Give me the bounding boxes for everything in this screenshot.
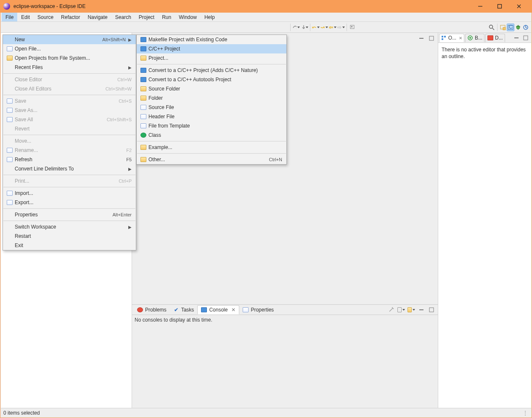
window-title: eclipse-workspace - Eclipse IDE — [13, 3, 471, 9]
debug-perspective-icon[interactable] — [514, 24, 522, 31]
menu-file[interactable]: File — [2, 13, 17, 21]
menu-item-accel: Ctrl+Shift+S — [107, 117, 132, 122]
menu-help[interactable]: Help — [201, 13, 219, 21]
other-perspective-icon[interactable] — [522, 24, 529, 31]
newMenu-item[interactable]: Convert to a C/C++ Project (Adds C/C++ N… — [137, 66, 286, 75]
svg-line-7 — [492, 28, 494, 30]
newMenu-item[interactable]: Project... — [137, 53, 286, 63]
newMenu-item[interactable]: Convert to a C/C++ Autotools Project — [137, 75, 286, 84]
close-icon[interactable]: ✕ — [231, 307, 236, 313]
newMenu-item[interactable]: Class — [137, 130, 286, 140]
editor-minimize-icon[interactable] — [418, 35, 425, 42]
minimize-button[interactable] — [471, 0, 490, 13]
panel-minimize-icon[interactable] — [418, 306, 425, 314]
menu-navigate[interactable]: Navigate — [84, 13, 111, 21]
menu-edit[interactable]: Edit — [17, 13, 34, 21]
fileMenu-item[interactable]: Recent Files▶ — [3, 63, 136, 72]
menu-item-accel: F2 — [126, 148, 132, 153]
menu-run[interactable]: Run — [158, 13, 175, 21]
view-minimize-icon[interactable] — [513, 34, 520, 42]
tab-properties[interactable]: Properties — [239, 305, 277, 314]
tab-console[interactable]: Console✕ — [197, 305, 239, 314]
submenu-arrow-icon: ▶ — [128, 37, 132, 42]
pdf-icon — [487, 35, 493, 41]
menu-item-icon — [5, 99, 15, 104]
menu-item-accel: Alt+Enter — [112, 212, 132, 217]
svg-rect-18 — [419, 309, 423, 310]
fileMenu-item[interactable]: PropertiesAlt+Enter — [3, 210, 136, 219]
statusbar-grip-icon: ⋮ — [523, 410, 529, 416]
fileMenu-item[interactable]: Restart — [3, 232, 136, 241]
fileMenu-item[interactable]: RefreshF5 — [3, 155, 136, 164]
fileMenu-item[interactable]: Export... — [3, 198, 136, 207]
newMenu-item[interactable]: Other...Ctrl+N — [137, 155, 286, 164]
menu-item-label: Properties — [15, 212, 112, 218]
newMenu-item[interactable]: Source File — [137, 103, 286, 112]
open-perspective-icon[interactable] — [499, 24, 507, 31]
tab-documents[interactable]: D... — [485, 34, 505, 42]
close-button[interactable] — [509, 0, 529, 13]
menu-refactor[interactable]: Refactor — [57, 13, 84, 21]
newMenu-item[interactable]: Source Folder — [137, 84, 286, 93]
panel-maximize-icon[interactable] — [428, 306, 435, 314]
editor-maximize-icon[interactable] — [428, 35, 435, 42]
statusbar: 0 items selected ⋮ — [1, 408, 531, 417]
outline-icon — [441, 35, 447, 41]
tab-tasks[interactable]: ✔Tasks — [170, 305, 198, 314]
step-into-icon[interactable] — [301, 24, 308, 31]
fileMenu-item[interactable]: Convert Line Delimiters To▶ — [3, 164, 136, 173]
newMenu-item[interactable]: Header File — [137, 112, 286, 121]
pin-editor-icon[interactable] — [349, 24, 356, 31]
menu-project[interactable]: Project — [135, 13, 158, 21]
submenu-arrow-icon: ▶ — [128, 65, 132, 70]
newMenu-item[interactable]: C/C++ Project — [137, 44, 286, 53]
svg-rect-16 — [419, 38, 423, 39]
fileMenu-item[interactable]: Import... — [3, 189, 136, 198]
tasks-icon: ✔ — [173, 307, 179, 313]
pin-console-icon[interactable] — [387, 306, 395, 314]
step-over-icon[interactable] — [292, 24, 300, 31]
back-icon[interactable]: ⇦ — [329, 24, 336, 31]
eclipse-logo-icon — [3, 3, 10, 10]
view-maximize-icon[interactable] — [522, 34, 529, 42]
tab-problems[interactable]: Problems — [134, 305, 170, 314]
nav-prev-icon[interactable]: ⤺ — [312, 24, 320, 31]
newMenu-item[interactable]: Example... — [137, 143, 286, 152]
menu-window[interactable]: Window — [175, 13, 201, 21]
forward-icon[interactable]: ⇨ — [337, 24, 345, 31]
fileMenu-item: Close EditorCtrl+W — [3, 75, 136, 84]
right-pane: O...✕ B... D... There is no active edito… — [438, 33, 531, 408]
tab-short-label: O... — [448, 35, 456, 41]
menu-item-accel: Ctrl+N — [269, 157, 282, 162]
fileMenu-item[interactable]: Open File... — [3, 44, 136, 53]
tab-outline[interactable]: O...✕ — [439, 34, 464, 42]
menu-item-label: New — [15, 37, 102, 43]
newMenu-item[interactable]: Makefile Project with Existing Code — [137, 35, 286, 44]
open-console-icon[interactable] — [408, 306, 415, 314]
fileMenu-item[interactable]: NewAlt+Shift+N▶ — [3, 35, 136, 44]
fileMenu-item: SaveCtrl+S — [3, 96, 136, 106]
newMenu-item[interactable]: Folder — [137, 93, 286, 103]
menu-item-icon — [5, 157, 15, 162]
menu-item-icon — [5, 56, 15, 61]
close-icon[interactable]: ✕ — [459, 36, 462, 40]
file-menu-dropdown: NewAlt+Shift+N▶Open File...Open Projects… — [3, 35, 136, 250]
fileMenu-item[interactable]: Switch Workspace▶ — [3, 222, 136, 232]
menu-item-icon — [138, 133, 148, 138]
search-icon[interactable] — [488, 24, 495, 31]
menu-search[interactable]: Search — [111, 13, 135, 21]
nav-next-icon[interactable]: ⤻ — [320, 24, 328, 31]
perspective-cpp-icon[interactable]: C — [507, 24, 514, 31]
menu-item-label: Open File... — [15, 46, 132, 52]
newMenu-item[interactable]: File from Template — [137, 121, 286, 130]
menu-source[interactable]: Source — [34, 13, 57, 21]
svg-rect-26 — [524, 36, 528, 40]
fileMenu-item[interactable]: Open Projects from File System... — [3, 53, 136, 63]
tab-build-targets[interactable]: B... — [465, 34, 484, 42]
menu-item-accel: Ctrl+P — [119, 178, 132, 184]
maximize-button[interactable] — [490, 0, 509, 13]
fileMenu-item[interactable]: Exit — [3, 241, 136, 250]
fileMenu-item: Save As... — [3, 106, 136, 115]
display-selected-console-icon[interactable] — [397, 306, 405, 314]
menu-item-label: Other... — [148, 157, 269, 162]
